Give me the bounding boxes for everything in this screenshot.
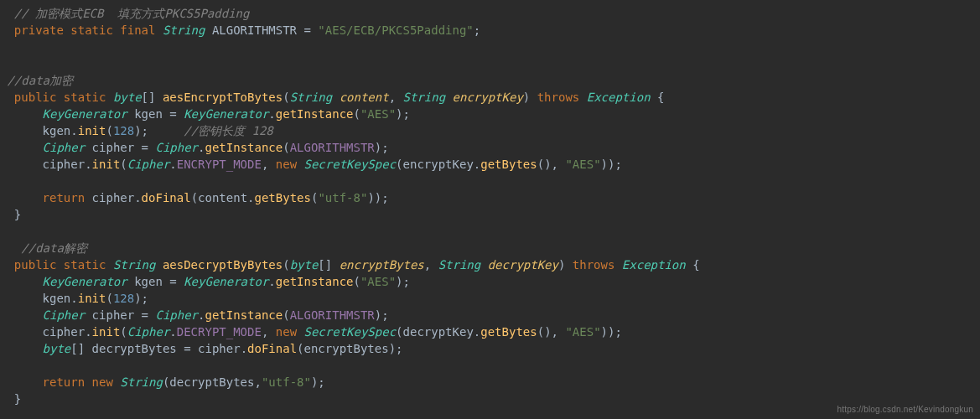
code-token xyxy=(85,308,91,322)
code-token: ( xyxy=(283,91,289,104)
code-token: ); xyxy=(396,275,410,288)
code-token: getBytes xyxy=(255,191,311,204)
code-token: . xyxy=(247,191,254,204)
code-token: . xyxy=(85,325,91,339)
code-token: . xyxy=(70,124,77,137)
code-token: 128 xyxy=(113,124,134,137)
code-token xyxy=(127,275,134,288)
code-token: cipher xyxy=(92,141,135,154)
code-token: ( xyxy=(120,158,127,171)
code-token: ( xyxy=(120,325,127,339)
code-token: init xyxy=(92,158,121,171)
code-token xyxy=(0,258,14,272)
code-token: throws xyxy=(573,258,615,272)
code-token: KeyGenerator xyxy=(184,275,268,288)
code-token xyxy=(127,107,134,121)
code-token: decryptBytes xyxy=(169,375,254,389)
code-token: Cipher xyxy=(127,158,170,171)
code-token: byte xyxy=(113,91,142,104)
code-token: ); xyxy=(396,107,410,121)
code-token xyxy=(106,91,112,104)
code-token: encryptBytes xyxy=(304,342,389,355)
code-token: // 加密模式ECB 填充方式PKCS5Padding xyxy=(14,7,250,20)
code-token: init xyxy=(92,325,121,339)
code-token: decryptKey xyxy=(403,325,474,339)
code-token: ) xyxy=(523,91,537,104)
code-token xyxy=(0,158,43,171)
code-token xyxy=(0,292,43,305)
code-token xyxy=(0,241,21,255)
code-token: . xyxy=(85,158,91,171)
code-token: ( xyxy=(283,258,289,272)
code-token: SecretKeySpec xyxy=(304,158,397,171)
code-token xyxy=(579,91,586,104)
code-token: . xyxy=(134,191,141,204)
code-token: ); xyxy=(375,308,389,322)
code-line: cipher.init(Cipher.DECRYPT_MODE, new Sec… xyxy=(0,325,622,339)
code-token: getInstance xyxy=(205,141,283,154)
code-token xyxy=(85,141,91,154)
code-token xyxy=(0,23,14,37)
code-token: new xyxy=(276,325,297,339)
code-token: ALGORITHMSTR xyxy=(212,23,297,37)
code-token xyxy=(0,107,43,121)
code-token xyxy=(0,325,43,339)
code-token: decryptBytes xyxy=(92,342,177,355)
code-token: encryptKey xyxy=(403,158,474,171)
code-token: getInstance xyxy=(276,107,354,121)
code-token: ( xyxy=(354,107,360,121)
code-token: ( xyxy=(354,275,360,288)
code-token xyxy=(205,23,211,37)
code-token xyxy=(445,91,452,104)
code-line: kgen.init(128); //密钥长度 128 xyxy=(0,124,273,137)
code-token: decryptKey xyxy=(488,258,558,272)
code-token: KeyGenerator xyxy=(43,107,127,121)
code-token: (), xyxy=(537,158,566,171)
code-token: ) xyxy=(558,258,573,272)
code-token: { xyxy=(651,91,665,104)
code-token: KeyGenerator xyxy=(43,275,127,288)
code-token: Exception xyxy=(587,91,651,104)
code-token: encryptBytes xyxy=(340,258,424,272)
code-token: aesEncryptToBytes xyxy=(163,91,283,104)
code-token: aesDecryptByBytes xyxy=(163,258,283,272)
code-token: ); xyxy=(134,124,184,137)
code-token: ); xyxy=(389,342,403,355)
code-token: new xyxy=(276,158,297,171)
code-token: "AES/ECB/PKCS5Padding" xyxy=(318,23,473,37)
code-token: "AES" xyxy=(360,107,396,121)
code-line: //data解密 xyxy=(0,241,87,255)
code-line: public static byte[] aesEncryptToBytes(S… xyxy=(0,91,664,104)
code-token: //data解密 xyxy=(21,241,87,255)
code-token: . xyxy=(70,292,77,305)
code-token: init xyxy=(78,124,106,137)
code-token: content xyxy=(340,91,389,104)
code-token: ENCRYPT_MODE xyxy=(177,158,262,171)
code-token: String xyxy=(290,91,333,104)
code-line: return cipher.doFinal(content.getBytes("… xyxy=(0,191,389,204)
code-token: DECRYPT_MODE xyxy=(177,325,262,339)
code-token: ; xyxy=(474,23,480,37)
code-token: . xyxy=(169,158,176,171)
code-token: getBytes xyxy=(480,325,537,339)
code-token xyxy=(155,23,162,37)
code-line: KeyGenerator kgen = KeyGenerator.getInst… xyxy=(0,107,410,121)
code-token: , xyxy=(262,325,276,339)
code-line: kgen.init(128); xyxy=(0,292,148,305)
code-token: encryptKey xyxy=(453,91,523,104)
code-token xyxy=(0,7,14,20)
code-token: "AES" xyxy=(565,158,600,171)
code-token: getInstance xyxy=(205,308,283,322)
code-token: kgen xyxy=(134,107,163,121)
code-line: KeyGenerator kgen = KeyGenerator.getInst… xyxy=(0,275,410,288)
code-token xyxy=(106,258,112,272)
code-token: public static xyxy=(14,91,106,104)
code-token: getInstance xyxy=(276,275,354,288)
code-token: )); xyxy=(601,325,622,339)
code-token xyxy=(0,141,43,154)
code-line: // 加密模式ECB 填充方式PKCS5Padding xyxy=(0,7,249,20)
code-token: = xyxy=(177,342,198,355)
code-token: )); xyxy=(601,158,622,171)
code-token: } xyxy=(0,392,21,406)
code-token: String xyxy=(438,258,481,272)
